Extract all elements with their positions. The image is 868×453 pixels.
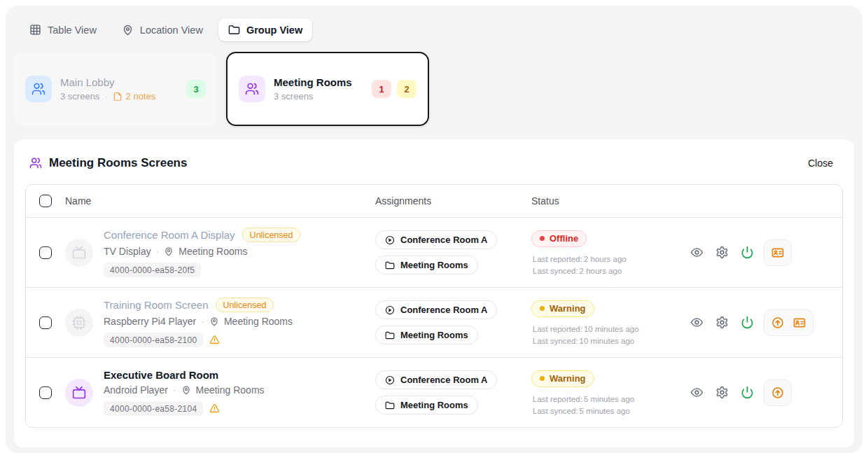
tab-label: Location View	[140, 25, 203, 36]
column-header-status: Status	[531, 195, 682, 207]
dot-separator	[173, 384, 176, 396]
power-icon	[741, 246, 754, 259]
power-button[interactable]	[741, 386, 754, 399]
panel-title: Meeting Rooms Screens	[49, 156, 187, 170]
license-button[interactable]	[771, 246, 784, 259]
screens-table: Name Assignments Status Conference Room …	[25, 184, 843, 428]
users-icon	[25, 76, 52, 102]
view-tabs: Table View Location View Group View	[20, 18, 854, 41]
row-checkbox[interactable]	[39, 386, 52, 399]
unlicensed-badge: Unlicensed	[216, 298, 274, 312]
table-row: Conference Room A Display Unlicensed TV …	[26, 217, 842, 287]
error-count-badge: 1	[372, 80, 391, 98]
tab-table-view[interactable]: Table View	[20, 18, 106, 41]
status-dot	[540, 376, 545, 381]
table-row: Executive Board Room Android Player Meet…	[26, 357, 842, 427]
last-synced: Last synced:2 hours ago	[531, 267, 682, 275]
license-button[interactable]	[793, 316, 806, 329]
assignment-group-pill[interactable]: Meeting Rooms	[375, 256, 478, 274]
warning-triangle-icon	[209, 335, 220, 345]
assignment-group-pill[interactable]: Meeting Rooms	[375, 326, 478, 344]
users-icon	[239, 76, 265, 102]
group-screens-panel: Meeting Rooms Screens Close Name Assignm…	[14, 139, 854, 447]
users-icon	[29, 157, 42, 169]
column-header-name: Name	[65, 195, 375, 207]
update-button[interactable]	[771, 316, 784, 329]
device-id-pill: 4000-0000-ea58-20f5	[104, 263, 201, 277]
gear-icon	[715, 316, 729, 329]
column-header-assignments: Assignments	[375, 195, 531, 207]
status-badge: Offline	[531, 230, 587, 247]
last-reported: Last reported:2 hours ago	[531, 255, 682, 263]
tab-label: Table View	[48, 25, 97, 36]
power-icon	[741, 386, 754, 399]
screen-name: Executive Board Room	[104, 369, 218, 381]
preview-button[interactable]	[690, 246, 704, 259]
warning-triangle-icon	[209, 403, 220, 414]
raspberry-pi-icon	[65, 309, 93, 337]
assignment-playlist-pill[interactable]: Conference Room A	[375, 370, 497, 389]
dot-separator	[104, 91, 107, 102]
eye-icon	[690, 316, 704, 329]
preview-button[interactable]	[690, 386, 704, 399]
dot-separator	[156, 246, 160, 257]
alert-actions-box	[764, 379, 792, 406]
device-type: Android Player	[104, 384, 168, 396]
alert-actions-box	[764, 309, 813, 336]
online-count-badge: 3	[186, 80, 206, 98]
settings-button[interactable]	[715, 316, 729, 329]
status-dot	[540, 306, 545, 311]
note-icon	[113, 92, 122, 102]
gear-icon	[715, 246, 729, 259]
preview-button[interactable]	[690, 316, 704, 329]
group-card-meeting-rooms[interactable]: Meeting Rooms 3 screens 1 2	[226, 52, 429, 126]
tab-group-view[interactable]: Group View	[218, 18, 312, 41]
unlicensed-badge: Unlicensed	[242, 228, 301, 242]
power-icon	[741, 316, 754, 329]
screen-name: Training Room Screen	[104, 299, 209, 311]
device-id-pill: 4000-0000-ea58-2104	[104, 401, 203, 416]
status-dot	[540, 236, 545, 241]
settings-button[interactable]	[715, 386, 729, 399]
assignment-group-pill[interactable]: Meeting Rooms	[375, 396, 478, 414]
folder-icon	[385, 330, 395, 340]
folder-icon	[385, 260, 395, 270]
table-header-row: Name Assignments Status	[26, 185, 842, 217]
screen-name: Conference Room A Display	[104, 229, 235, 241]
warning-count-badge: 2	[397, 80, 416, 98]
assignment-playlist-pill[interactable]: Conference Room A	[375, 230, 497, 249]
id-card-icon	[771, 246, 784, 259]
assignment-playlist-pill[interactable]: Conference Room A	[375, 300, 497, 319]
location-pin-icon	[209, 316, 219, 326]
status-badge: Warning	[531, 300, 594, 317]
arrow-up-circle-icon	[771, 386, 784, 399]
group-name: Meeting Rooms	[274, 76, 363, 88]
last-reported: Last reported:5 minutes ago	[531, 395, 682, 403]
device-id-pill: 4000-0000-ea58-2100	[104, 333, 203, 347]
dot-separator	[201, 316, 204, 327]
select-all-checkbox[interactable]	[39, 195, 52, 207]
tv-display-icon	[65, 379, 93, 407]
last-synced: Last synced:5 minutes ago	[531, 407, 682, 415]
device-type: TV Display	[104, 246, 151, 257]
table-icon	[29, 24, 41, 36]
map-pin-icon	[122, 24, 134, 36]
group-cards: Main Lobby 3 screens 2 notes 3 Meeting R…	[14, 52, 854, 126]
row-checkbox[interactable]	[39, 246, 52, 259]
tab-location-view[interactable]: Location View	[112, 18, 213, 41]
power-button[interactable]	[741, 316, 754, 329]
row-checkbox[interactable]	[39, 316, 52, 329]
settings-button[interactable]	[715, 246, 729, 259]
play-circle-icon	[385, 235, 395, 245]
close-button[interactable]: Close	[802, 155, 839, 172]
last-reported: Last reported:10 minutes ago	[531, 325, 682, 333]
last-synced: Last synced:10 minutes ago	[531, 337, 682, 345]
status-badge: Warning	[531, 370, 594, 387]
folder-icon	[228, 24, 240, 36]
group-card-main-lobby[interactable]: Main Lobby 3 screens 2 notes 3	[14, 52, 217, 126]
play-circle-icon	[385, 305, 395, 315]
tv-display-icon	[65, 239, 93, 267]
update-button[interactable]	[771, 386, 784, 399]
power-button[interactable]	[741, 246, 754, 259]
eye-icon	[690, 246, 704, 259]
